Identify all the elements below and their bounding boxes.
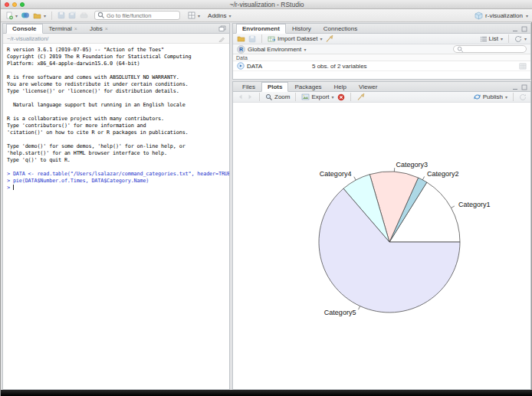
toolbar-separator [51,11,52,20]
pie-chart: Category1Category2Category3Category4Cate… [233,103,530,389]
pie-label-tick [422,176,424,179]
remove-plot-button[interactable] [337,93,345,101]
print-button[interactable] [80,12,88,19]
toolbar-separator [295,93,296,101]
list-icon [480,36,488,42]
import-dataset-label: Import Dataset [277,35,317,42]
list-view-label: List [489,35,498,42]
tab-history[interactable]: History [286,24,317,33]
tab-label: Help [334,83,346,90]
dropdown-arrow-icon: ▾ [505,94,507,100]
toolbar-separator [508,34,509,43]
magnifier-icon [265,93,273,101]
publish-button[interactable]: Publish ▾ [473,93,507,101]
clear-all-plots-button[interactable] [356,93,365,101]
addins-button[interactable]: Addins ▾ [208,12,231,19]
import-dataset-button[interactable]: Import Dataset ▾ [268,35,322,43]
maximize-pane-icon[interactable] [521,26,527,32]
open-file-button[interactable]: ▾ [33,12,46,19]
remove-plot-icon [337,93,345,101]
dropdown-arrow-icon: ▾ [44,13,46,18]
project-cube-icon [475,11,483,20]
refresh-environment-button[interactable]: ▾ [514,35,527,43]
search-icon [457,46,463,53]
environment-scope-row: R Global Environment ▾ [233,44,530,54]
save-icon [248,35,256,43]
tab-terminal[interactable]: Terminal × [43,24,84,33]
environment-search-input[interactable] [463,46,523,53]
next-plot-button[interactable] [247,93,254,100]
console-panel: Console Terminal × Jobs × ~/r-visualizat… [2,23,230,390]
pane-grid-icon [188,11,195,19]
save-all-button[interactable] [68,11,77,19]
environment-toolbar: Import Dataset ▾ List ▾ ▾ [233,34,530,44]
tab-jobs[interactable]: Jobs × [84,24,114,33]
console-command-line: > pie(DATA$Number.of.Times, DATA$Categor… [7,178,149,184]
project-name: r-visualization [485,12,523,19]
titlebar: ~/r-visualization - RStudio [1,0,532,9]
publish-label: Publish [483,93,503,100]
tab-files[interactable]: Files [236,82,261,91]
pane-layout-button[interactable]: ▾ [188,11,200,19]
open-folder-icon [237,35,245,42]
previous-plot-button[interactable] [237,93,244,100]
dropdown-arrow-icon: ▾ [501,36,503,41]
console-pathbar: ~/r-visualization/ [3,34,229,44]
minimize-pane-icon[interactable] [512,26,518,32]
dropdown-arrow-icon: ▾ [304,47,307,52]
dropdown-arrow-icon: ▾ [198,13,200,18]
maximize-pane-icon[interactable] [521,84,527,90]
goto-file-input[interactable] [107,12,177,19]
toolbar-separator [261,34,262,43]
list-view-button[interactable]: List ▾ [480,35,503,42]
close-icon[interactable]: × [105,26,108,31]
scope-label: Global Environment [248,46,301,53]
new-file-button[interactable]: ▾ [5,11,18,20]
tab-connections[interactable]: Connections [317,24,363,33]
tab-label: Files [242,83,255,90]
tab-label: Environment [242,25,280,32]
tab-help[interactable]: Help [328,82,353,91]
tab-viewer[interactable]: Viewer [353,82,383,91]
save-all-icon [68,11,77,19]
project-selector[interactable]: r-visualization ▾ [475,11,528,20]
clear-environment-button[interactable] [325,34,333,43]
tab-label: Packages [294,83,321,90]
tab-label: Plots [268,83,283,90]
expand-object-icon[interactable] [237,62,245,70]
toolbar-separator [350,93,351,101]
plots-panel: Files Plots Packages Help Viewer Zoom [232,81,531,390]
new-project-button[interactable] [21,11,30,19]
new-project-icon [21,11,30,19]
dropdown-arrow-icon: ▾ [229,13,232,18]
minimize-pane-icon[interactable] [512,84,518,90]
search-icon [97,11,105,19]
view-table-icon[interactable] [519,63,527,70]
tab-environment[interactable]: Environment [236,24,286,34]
r-logo-icon: R [237,45,245,54]
text-cursor [13,185,14,190]
working-directory[interactable]: ~/r-visualization/ [7,35,48,42]
window-bottom-edge [1,390,532,396]
restore-pane-icon[interactable] [218,25,226,32]
environment-object-row[interactable]: DATA 5 obs. of 2 variables [233,61,530,71]
plots-toolbar: Zoom Export ▾ Publish ▾ [233,92,530,103]
load-workspace-button[interactable] [237,35,245,42]
broom-icon [325,34,333,43]
save-button[interactable] [57,11,65,19]
environment-panel: Environment History Connections [232,23,531,80]
tab-console[interactable]: Console [6,24,43,34]
tab-label: Jobs [90,25,103,32]
zoom-label: Zoom [274,93,290,100]
console-output[interactable]: R version 3.6.1 (2019-07-05) -- "Action … [3,44,229,391]
close-icon[interactable]: × [74,26,77,31]
save-workspace-button[interactable] [248,35,256,43]
environment-scope-selector[interactable]: Global Environment ▾ [248,46,307,53]
dropdown-arrow-icon: ▾ [15,13,18,18]
export-plot-button[interactable]: Export ▾ [301,93,333,100]
console-options-icon[interactable] [218,35,225,42]
tab-plots[interactable]: Plots [261,82,289,92]
tab-packages[interactable]: Packages [288,82,327,91]
refresh-plot-button[interactable] [519,93,527,101]
zoom-plot-button[interactable]: Zoom [265,93,290,101]
